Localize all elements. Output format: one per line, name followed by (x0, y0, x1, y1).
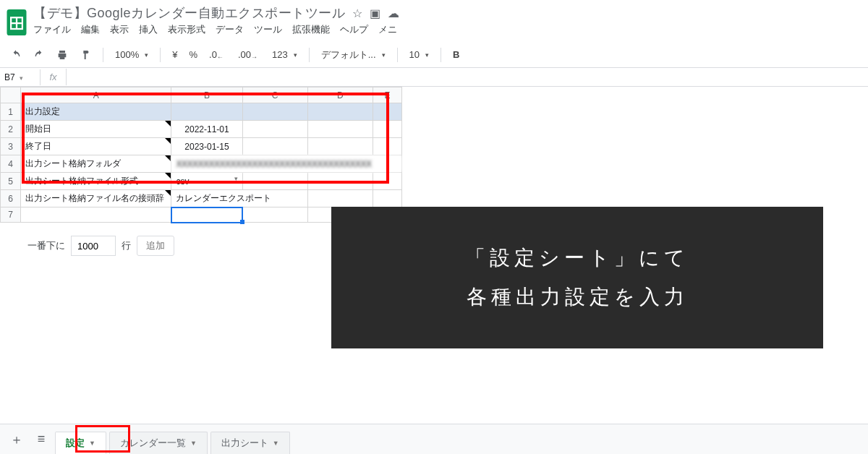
cell-dropdown[interactable]: csv (171, 173, 242, 190)
menu-bar: ファイル 編集 表示 挿入 表示形式 データ ツール 拡張機能 ヘルプ メニ (33, 22, 399, 40)
menu-tools[interactable]: ツール (254, 23, 282, 36)
undo-icon[interactable] (6, 46, 26, 64)
cell[interactable] (242, 103, 307, 121)
cell[interactable]: カレンダーエクスポート (171, 190, 307, 207)
currency-button[interactable]: ¥ (168, 46, 182, 63)
decrease-decimal-button[interactable]: .0← (205, 46, 231, 63)
addrows-prefix: 一番下に (27, 239, 65, 252)
cell[interactable] (307, 173, 373, 190)
print-icon[interactable] (52, 46, 72, 64)
chevron-down-icon[interactable]: ▼ (190, 440, 197, 447)
sheet-grid[interactable]: A B C D E 1 出力設定 2 開始日 2022-11-01 (0, 87, 402, 223)
toolbar: 100% ¥ % .0← .00→ 123 デフォルト... 10 B (0, 42, 868, 68)
row-header[interactable]: 2 (1, 121, 21, 138)
row-header[interactable]: 3 (1, 138, 21, 155)
menu-help[interactable]: ヘルプ (340, 23, 368, 36)
row-header[interactable]: 5 (1, 173, 21, 190)
cell[interactable]: 開始日 (21, 121, 171, 138)
paint-format-icon[interactable] (75, 46, 95, 64)
callout-line2: 各種出力設定を入力 (467, 283, 689, 311)
title-bar: 【デモ】Googleカレンダー自動エクスポートツール ☆ ▣ ☁ ファイル 編集… (0, 0, 868, 42)
number-format-button[interactable]: 123 (268, 46, 302, 63)
cell[interactable] (373, 190, 401, 207)
cell[interactable] (242, 138, 307, 155)
menu-data[interactable]: データ (216, 23, 244, 36)
sheet-tab-calendar-list[interactable]: カレンダー一覧▼ (109, 432, 208, 455)
cell[interactable]: 2023-01-15 (171, 138, 242, 155)
cell[interactable] (21, 207, 171, 223)
col-header-c[interactable]: C (242, 87, 307, 103)
cell[interactable] (242, 207, 307, 223)
sheet-tab-output[interactable]: 出力シート▼ (210, 432, 290, 455)
menu-view[interactable]: 表示 (110, 23, 129, 36)
star-icon[interactable]: ☆ (352, 7, 362, 20)
cloud-icon[interactable]: ☁ (388, 7, 399, 20)
cell[interactable] (242, 173, 307, 190)
addrows-button[interactable]: 追加 (137, 236, 174, 256)
cell[interactable]: 出力設定 (21, 103, 171, 121)
add-sheet-icon[interactable]: ＋ (6, 429, 27, 450)
zoom-select[interactable]: 100% (111, 46, 153, 63)
instruction-callout: 「設定シート」にて 各種出力設定を入力 (331, 207, 823, 348)
menu-more[interactable]: メニ (378, 23, 397, 36)
row-header[interactable]: 7 (1, 207, 21, 223)
cell[interactable] (373, 103, 401, 121)
font-family-select[interactable]: デフォルト... (317, 46, 390, 64)
sheets-logo-icon[interactable] (6, 8, 27, 37)
menu-format[interactable]: 表示形式 (168, 23, 205, 36)
fx-label: fx (41, 69, 67, 85)
row-header[interactable]: 6 (1, 190, 21, 207)
callout-line1: 「設定シート」にて (465, 244, 689, 272)
col-header-e[interactable]: E (373, 87, 401, 103)
chevron-down-icon[interactable]: ▼ (89, 440, 95, 447)
font-size-select[interactable]: 10 (405, 46, 433, 63)
select-all-corner[interactable] (1, 87, 21, 103)
cell[interactable] (307, 138, 373, 155)
col-header-b[interactable]: B (171, 87, 242, 103)
cell[interactable] (242, 121, 307, 138)
addrows-count-input[interactable] (71, 236, 116, 256)
menu-edit[interactable]: 編集 (81, 23, 100, 36)
active-cell[interactable] (171, 207, 242, 223)
cell[interactable]: 出力シート格納ファイル名の接頭辞 (21, 190, 171, 207)
menu-file[interactable]: ファイル (33, 23, 71, 36)
bold-button[interactable]: B (448, 46, 464, 63)
name-box[interactable]: B7 (0, 69, 41, 85)
addrows-suffix: 行 (122, 239, 131, 252)
menu-extensions[interactable]: 拡張機能 (292, 23, 330, 36)
cell[interactable]: 出力シート格納フォルダ (21, 155, 171, 173)
cell[interactable]: 出力シート格納ファイル形式 (21, 173, 171, 190)
cell[interactable] (373, 173, 401, 190)
percent-button[interactable]: % (184, 46, 202, 63)
sheet-tab-bar: ＋ ≡ 設定▼ カレンダー一覧▼ 出力シート▼ (0, 424, 868, 454)
col-header-a[interactable]: A (21, 87, 171, 103)
increase-decimal-button[interactable]: .00→ (234, 46, 265, 63)
redo-icon[interactable] (29, 46, 49, 64)
cell[interactable] (171, 103, 242, 121)
chevron-down-icon[interactable]: ▼ (273, 440, 279, 447)
move-icon[interactable]: ▣ (370, 7, 380, 20)
cell[interactable] (373, 121, 401, 138)
row-header[interactable]: 4 (1, 155, 21, 173)
col-header-d[interactable]: D (307, 87, 373, 103)
formula-bar: B7 fx (0, 68, 868, 87)
cell[interactable]: 2022-11-01 (171, 121, 242, 138)
cell[interactable] (307, 121, 373, 138)
cell[interactable] (373, 138, 401, 155)
cell[interactable] (307, 190, 373, 207)
cell[interactable] (307, 103, 373, 121)
document-title[interactable]: 【デモ】Googleカレンダー自動エクスポートツール (33, 4, 345, 22)
cell[interactable]: 終了日 (21, 138, 171, 155)
cell[interactable]: XXXXXXXXXXXXXXXXXXXXXXXXXXXXXXXXXXXX (171, 155, 402, 173)
menu-insert[interactable]: 挿入 (139, 23, 158, 36)
sheet-tab-settings[interactable]: 設定▼ (55, 432, 106, 455)
formula-input[interactable] (67, 74, 868, 80)
all-sheets-icon[interactable]: ≡ (30, 429, 52, 450)
row-header[interactable]: 1 (1, 103, 21, 121)
